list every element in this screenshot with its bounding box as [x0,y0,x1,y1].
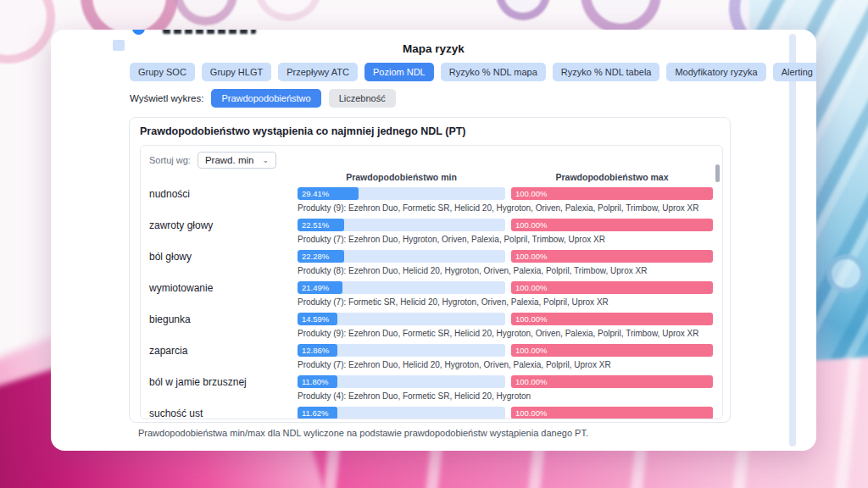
toggle-label: Wyświetl wykres: [130,93,203,103]
bar-min[interactable]: 12.86% [298,344,337,357]
column-header-min: Prawdopodobieństwo min [298,172,505,182]
row-products: Produkty (8): Ezehron Duo, Helicid 20, H… [298,266,713,275]
row-products: Produkty (7): Ezehron Duo, Hygroton, Ori… [298,235,713,244]
column-header-max: Prawdopodobieństwo max [511,172,713,182]
bar-min-track: 14.59% [298,313,505,325]
chart-row: biegunka14.59%100.00%Produkty (9): Ezehr… [149,313,710,338]
tab-ryzyko-ndl-mapa[interactable]: Ryzyko % NDL mapa [441,63,546,81]
bar-min-track: 11.80% [298,375,505,388]
row-label: zawroty głowy [149,219,292,231]
bar-max[interactable]: 100.00% [511,219,713,231]
bar-min-track: 22.51% [298,219,505,231]
row-products: Produkty (7): Ezehron Duo, Helicid 20, H… [298,360,713,369]
bar-min[interactable]: 14.59% [298,313,337,325]
logo-icon [132,30,145,35]
chart-title: Prawdopodobieństwo wystąpienia co najmni… [140,125,723,137]
chart-row: nudności29.41%100.00%Produkty (9): Ezehr… [149,187,710,213]
row-label: ból głowy [149,250,292,263]
app-logo-partial [132,30,285,36]
background-bubble [0,0,55,64]
bar-min[interactable]: 21.49% [298,281,342,294]
toggle-prawdopodobieństwo[interactable]: Prawdopodobieństwo [211,89,320,108]
tab-przep-ywy-atc[interactable]: Przepływy ATC [278,63,358,81]
bar-max[interactable]: 100.00% [511,375,713,388]
tab-modyfikatory-ryzyka[interactable]: Modyfikatory ryzyka [666,63,765,81]
sort-select[interactable]: Prawd. min ⌄ [198,152,276,169]
bar-min[interactable]: 29.41% [298,187,359,200]
bar-min-track: 22.28% [298,250,505,263]
chart-scroll-area: Sortuj wg: Prawd. min ⌄ Prawdopodobieńst… [140,145,723,419]
chevron-down-icon: ⌄ [262,156,269,164]
bar-min[interactable]: 22.28% [298,250,344,263]
row-products: Produkty (9): Ezehron Duo, Formetic SR, … [298,329,713,338]
chart-display-toggle: Wyświetl wykres: PrawdopodobieństwoLicze… [130,89,396,108]
chart-row: suchość ust11.62%100.00%Produkty (6): Ez… [149,407,710,419]
chart-scrollbar-thumb[interactable] [715,164,720,182]
page-title: Mapa ryzyk [51,42,816,55]
bar-max[interactable]: 100.00% [511,250,713,263]
bar-min-track: 21.49% [298,281,505,294]
footer-note: Prawdopodobieństwa min/max dla NDL wylic… [138,428,588,438]
bar-max[interactable]: 100.00% [511,407,713,419]
chart-rows: nudności29.41%100.00%Produkty (9): Ezehr… [149,187,710,419]
chart-row: zawroty głowy22.51%100.00%Produkty (7): … [149,219,710,244]
background-bubble [581,0,661,34]
bar-min[interactable]: 11.80% [298,375,337,388]
bar-min-track: 12.86% [298,344,505,357]
bar-min[interactable]: 11.62% [298,407,337,419]
bar-min[interactable]: 22.51% [298,219,344,231]
bar-min-track: 11.62% [298,407,505,419]
tab-alerting[interactable]: Alerting [773,63,816,81]
sort-label: Sortuj wg: [149,155,191,165]
logo-wordmark [163,30,256,34]
row-label: zaparcia [149,344,292,357]
row-label: biegunka [149,313,292,325]
chart-row: ból głowy22.28%100.00%Produkty (8): Ezeh… [149,250,710,275]
bar-max[interactable]: 100.00% [511,187,713,200]
bar-max[interactable]: 100.00% [511,313,713,325]
row-label: nudności [149,187,292,200]
sort-row: Sortuj wg: Prawd. min ⌄ [149,152,710,169]
row-label: wymiotowanie [149,281,292,294]
tab-bar: Grupy SOCGrupy HLGTPrzepływy ATCPoziom N… [130,63,816,81]
row-products: Produkty (4): Ezehron Duo, Formetic SR, … [298,391,713,401]
tab-poziom-ndl[interactable]: Poziom NDL [364,63,434,81]
chart-card: Prawdopodobieństwo wystąpienia co najmni… [129,117,731,423]
tab-grupy-soc[interactable]: Grupy SOC [130,63,195,81]
row-products: Produkty (7): Formetic SR, Helicid 20, H… [298,297,713,307]
background-bubble [254,0,322,21]
background-bubble [174,0,237,25]
bar-max[interactable]: 100.00% [511,281,713,294]
bar-min-track: 29.41% [298,187,505,200]
sort-select-value: Prawd. min [205,155,254,165]
tab-ryzyko-ndl-tabela[interactable]: Ryzyko % NDL tabela [553,63,660,81]
row-products: Produkty (9): Ezehron Duo, Formetic SR, … [298,203,713,213]
column-headers: Prawdopodobieństwo min Prawdopodobieństw… [149,172,710,182]
chart-row: ból w jamie brzusznej11.80%100.00%Produk… [149,375,710,401]
row-label: suchość ust [149,407,292,419]
app-panel: Mapa ryzyk Grupy SOCGrupy HLGTPrzepływy … [51,30,816,451]
tab-grupy-hlgt[interactable]: Grupy HLGT [202,63,271,81]
bar-max[interactable]: 100.00% [511,344,713,357]
row-label: ból w jamie brzusznej [149,375,292,388]
toggle-liczebność[interactable]: Liczebność [329,89,396,108]
background-bubble [826,254,865,293]
page-scrollbar-track[interactable] [789,34,796,446]
background-bubble [496,0,550,20]
chart-row: wymiotowanie21.49%100.00%Produkty (7): F… [149,281,710,307]
chart-row: zaparcia12.86%100.00%Produkty (7): Ezehr… [149,344,710,369]
